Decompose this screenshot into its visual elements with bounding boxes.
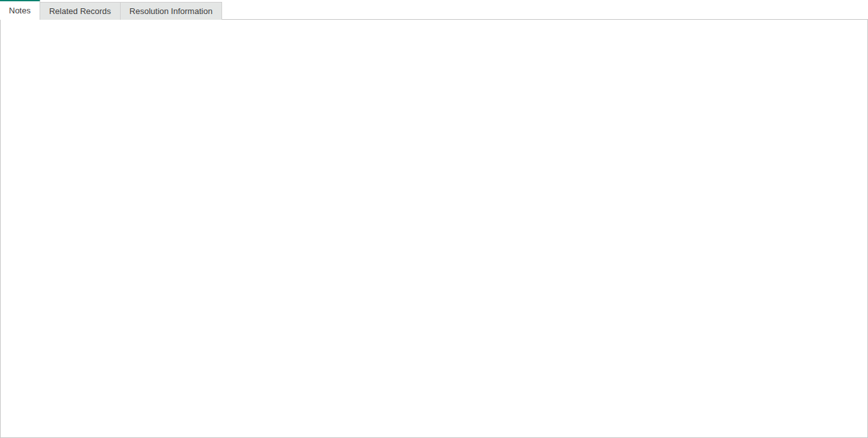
- form-tabstrip: Notes Related Records Resolution Informa…: [0, 0, 868, 20]
- tab-notes[interactable]: Notes: [0, 0, 40, 20]
- tab-resolution-information[interactable]: Resolution Information: [121, 2, 222, 20]
- notes-tab-panel: [0, 19, 868, 438]
- incident-form-notes-section: Notes Related Records Resolution Informa…: [0, 0, 868, 438]
- tab-related-records[interactable]: Related Records: [40, 2, 121, 20]
